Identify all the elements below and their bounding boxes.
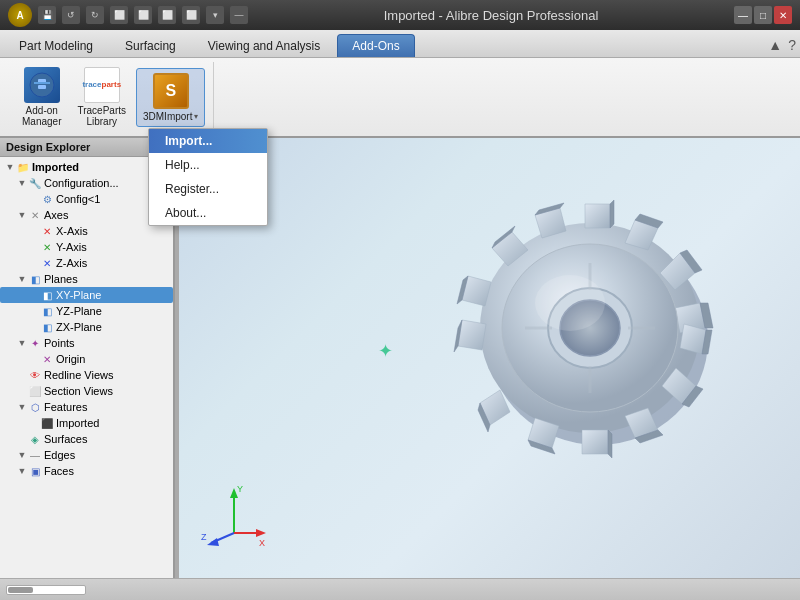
label-features: Features <box>44 401 87 413</box>
ribbon-help-icon[interactable]: ? <box>788 37 796 53</box>
icon-axes: ✕ <box>28 208 42 222</box>
tree-item-section[interactable]: ⬜ Section Views <box>0 383 173 399</box>
traceparts-label: TracePartsLibrary <box>77 105 126 127</box>
tree-item-redline[interactable]: 👁 Redline Views <box>0 367 173 383</box>
tab-part-modeling[interactable]: Part Modeling <box>4 34 108 57</box>
icon-features-imported: ⬛ <box>40 416 54 430</box>
icon-yzplane: ◧ <box>40 304 54 318</box>
tab-viewing-analysis[interactable]: Viewing and Analysis <box>193 34 336 57</box>
title-bar-left: A 💾 ↺ ↻ ⬜ ⬜ ⬜ ⬜ ▾ — <box>8 3 248 27</box>
icon-origin: ✕ <box>40 352 54 366</box>
svg-rect-3 <box>34 82 50 84</box>
expand-configuration[interactable]: ▼ <box>16 178 28 188</box>
tree-item-yzplane[interactable]: ◧ YZ-Plane <box>0 303 173 319</box>
svg-rect-2 <box>38 85 46 89</box>
toolbar-icon-1[interactable]: ⬜ <box>110 6 128 24</box>
3d-viewport[interactable]: Y X Z ✦ <box>179 138 800 578</box>
ribbon-tab-extras: ▲ ? <box>768 37 796 57</box>
tree-item-edges[interactable]: ▼ — Edges <box>0 447 173 463</box>
3dmimport-icon: S <box>153 73 189 109</box>
title-bar: A 💾 ↺ ↻ ⬜ ⬜ ⬜ ⬜ ▾ — Imported - Alibre De… <box>0 0 800 30</box>
svg-marker-21 <box>207 538 219 546</box>
expand-config1[interactable] <box>28 194 40 204</box>
expand-imported[interactable]: ▼ <box>4 162 16 172</box>
tree-item-yaxis[interactable]: ✕ Y-Axis <box>0 239 173 255</box>
3dmimport-button[interactable]: S 3DMImport ▾ <box>136 68 205 127</box>
svg-text:Z: Z <box>201 532 207 542</box>
folder-icon-imported: 📁 <box>16 160 30 174</box>
expand-planes[interactable]: ▼ <box>16 274 28 284</box>
icon-configuration: 🔧 <box>28 176 42 190</box>
label-zxplane: ZX-Plane <box>56 321 102 333</box>
redo-icon[interactable]: ↻ <box>86 6 104 24</box>
app-logo: A <box>8 3 32 27</box>
icon-features: ⬡ <box>28 400 42 414</box>
tree-item-points[interactable]: ▼ ✦ Points <box>0 335 173 351</box>
dropdown-import[interactable]: Import... <box>149 129 267 153</box>
status-bar <box>0 578 800 600</box>
undo-icon[interactable]: ↺ <box>62 6 80 24</box>
scrollbar-thumb[interactable] <box>8 587 33 593</box>
expand-axes[interactable]: ▼ <box>16 210 28 220</box>
tree-item-zaxis[interactable]: ✕ Z-Axis <box>0 255 173 271</box>
addon-manager-icon <box>24 67 60 103</box>
gear-3d-model <box>400 148 780 508</box>
expand-edges[interactable]: ▼ <box>16 450 28 460</box>
toolbar-icon-4[interactable]: ⬜ <box>182 6 200 24</box>
label-points: Points <box>44 337 75 349</box>
label-origin: Origin <box>56 353 85 365</box>
icon-redline: 👁 <box>28 368 42 382</box>
tree-item-xyplane[interactable]: ◧ XY-Plane <box>0 287 173 303</box>
horizontal-scrollbar[interactable] <box>6 585 86 595</box>
maximize-button[interactable]: □ <box>754 6 772 24</box>
main-area: Design Explorer ▼ 📁 Imported ▼ 🔧 Configu… <box>0 138 800 578</box>
label-zaxis: Z-Axis <box>56 257 87 269</box>
icon-points: ✦ <box>28 336 42 350</box>
dropdown-help[interactable]: Help... <box>149 153 267 177</box>
icon-zaxis: ✕ <box>40 256 54 270</box>
tree-item-origin[interactable]: ✕ Origin <box>0 351 173 367</box>
addon-manager-label: Add-onManager <box>22 105 61 127</box>
tree-item-features[interactable]: ▼ ⬡ Features <box>0 399 173 415</box>
icon-planes: ◧ <box>28 272 42 286</box>
tree-item-surfaces[interactable]: ◈ Surfaces <box>0 431 173 447</box>
ribbon-tabs: Part Modeling Surfacing Viewing and Anal… <box>0 30 800 58</box>
window-title: Imported - Alibre Design Professional <box>248 8 734 23</box>
expand-faces[interactable]: ▼ <box>16 466 28 476</box>
tree-item-zxplane[interactable]: ◧ ZX-Plane <box>0 319 173 335</box>
toolbar-icon-6[interactable]: — <box>230 6 248 24</box>
window-controls: — □ ✕ <box>734 6 792 24</box>
minimize-button[interactable]: — <box>734 6 752 24</box>
tab-add-ons[interactable]: Add-Ons <box>337 34 414 57</box>
ribbon-scroll-left-icon[interactable]: ▲ <box>768 37 782 53</box>
label-configuration: Configuration... <box>44 177 119 189</box>
toolbar-icon-5[interactable]: ▾ <box>206 6 224 24</box>
icon-edges: — <box>28 448 42 462</box>
expand-points[interactable]: ▼ <box>16 338 28 348</box>
traceparts-button[interactable]: trace parts TracePartsLibrary <box>71 63 132 131</box>
toolbar-icon-2[interactable]: ⬜ <box>134 6 152 24</box>
icon-xyplane: ◧ <box>40 288 54 302</box>
traceparts-icon: trace parts <box>84 67 120 103</box>
icon-config1: ⚙ <box>40 192 54 206</box>
icon-section: ⬜ <box>28 384 42 398</box>
save-icon[interactable]: 💾 <box>38 6 56 24</box>
icon-surfaces: ◈ <box>28 432 42 446</box>
expand-features[interactable]: ▼ <box>16 402 28 412</box>
tree-item-features-imported[interactable]: ⬛ Imported <box>0 415 173 431</box>
dropdown-register[interactable]: Register... <box>149 177 267 201</box>
origin-marker: ✦ <box>378 340 393 362</box>
tree-item-xaxis[interactable]: ✕ X-Axis <box>0 223 173 239</box>
label-planes: Planes <box>44 273 78 285</box>
addon-manager-button[interactable]: Add-onManager <box>16 63 67 131</box>
dropdown-about[interactable]: About... <box>149 201 267 225</box>
tab-surfacing[interactable]: Surfacing <box>110 34 191 57</box>
close-button[interactable]: ✕ <box>774 6 792 24</box>
toolbar-icon-3[interactable]: ⬜ <box>158 6 176 24</box>
label-xaxis: X-Axis <box>56 225 88 237</box>
label-section: Section Views <box>44 385 113 397</box>
tree-item-planes[interactable]: ▼ ◧ Planes <box>0 271 173 287</box>
icon-yaxis: ✕ <box>40 240 54 254</box>
tree-item-faces[interactable]: ▼ ▣ Faces <box>0 463 173 479</box>
3dmimport-dropdown-arrow: ▾ <box>194 112 198 121</box>
